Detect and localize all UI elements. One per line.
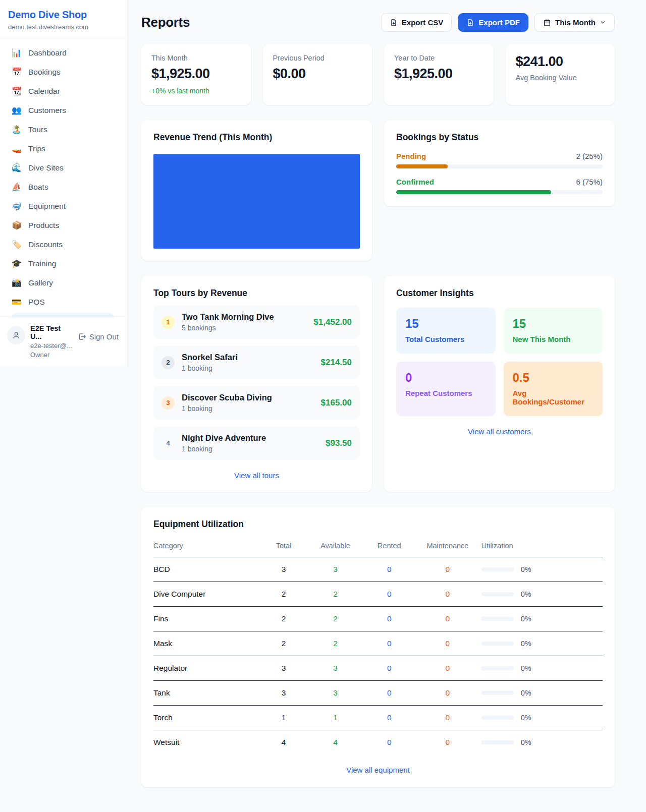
export-pdf-button[interactable]: Export PDF [458, 13, 528, 32]
tour-row: 1 Two Tank Morning Dive 5 bookings $1,45… [153, 305, 360, 339]
utilization-pct: 0% [521, 565, 531, 573]
table-row: Regulator 3 3 0 0 0% [153, 656, 603, 681]
cell-category: Wetsuit [153, 730, 261, 755]
sign-out-button[interactable]: Sign Out [78, 332, 119, 341]
status-bar-track [396, 190, 603, 194]
sidebar-item-tours[interactable]: 🏝️ Tours [6, 120, 120, 139]
customers-icon: 👥 [11, 106, 22, 114]
discounts-icon: 🏷️ [11, 241, 22, 249]
sidebar-item-reports-partial[interactable] [12, 313, 114, 318]
bookings-icon: 📅 [11, 68, 22, 76]
shop-header: Demo Dive Shop demo.test.divestreams.com [0, 0, 126, 38]
sidebar-item-equipment[interactable]: 🤿 Equipment [6, 197, 120, 216]
utilization-cell: 0% [481, 640, 603, 648]
sidebar-item-gallery[interactable]: 📸 Gallery [6, 273, 120, 293]
insights-row: Top Tours by Revenue 1 Two Tank Morning … [141, 276, 615, 492]
sidebar-item-bookings[interactable]: 📅 Bookings [6, 63, 120, 82]
top-tours-card: Top Tours by Revenue 1 Two Tank Morning … [141, 276, 372, 492]
view-all-customers-link[interactable]: View all customers [396, 427, 603, 436]
table-row: Wetsuit 4 4 0 0 0% [153, 730, 603, 755]
utilization-bar [481, 716, 514, 720]
insight-label: Total Customers [405, 335, 487, 343]
utilization-bar [481, 691, 514, 695]
cell-total: 3 [261, 656, 306, 681]
sidebar-item-calendar[interactable]: 📆 Calendar [6, 82, 120, 101]
cell-maintenance: 0 [414, 706, 481, 730]
view-all-equipment-link[interactable]: View all equipment [153, 766, 603, 774]
cell-total: 2 [261, 582, 306, 607]
utilization-cell: 0% [481, 714, 603, 722]
sign-out-label: Sign Out [89, 332, 119, 341]
boats-icon: ⛵ [11, 183, 22, 191]
view-all-tours-link[interactable]: View all tours [153, 471, 360, 480]
dashboard-icon: 📊 [11, 49, 22, 57]
utilization-bar [481, 666, 514, 670]
stat-value: $241.00 [516, 54, 605, 70]
utilization-pct: 0% [521, 615, 531, 623]
tour-row: 3 Discover Scuba Diving 1 booking $165.0… [153, 386, 360, 420]
cell-maintenance: 0 [414, 582, 481, 607]
status-bar-fill [396, 164, 448, 168]
user-email: e2e-tester@... [30, 342, 73, 350]
utilization-cell: 0% [481, 689, 603, 697]
page-title: Reports [141, 15, 190, 30]
stat-label: This Month [151, 54, 241, 62]
training-icon: 🎓 [11, 260, 22, 268]
utilization-cell: 0% [481, 664, 603, 672]
sidebar-item-boats[interactable]: ⛵ Boats [6, 178, 120, 197]
sidebar-item-label: Training [28, 259, 56, 268]
charts-row: Revenue Trend (This Month) Bookings by S… [141, 120, 615, 261]
cell-available: 3 [306, 656, 365, 681]
status-bar-track [396, 164, 603, 168]
customer-insights-card: Customer Insights 15 Total Customers 15 … [384, 276, 615, 492]
sidebar-item-pos[interactable]: 💳 POS [6, 293, 120, 312]
sidebar-item-customers[interactable]: 👥 Customers [6, 101, 120, 120]
cell-available: 2 [306, 582, 365, 607]
tour-row: 2 Snorkel Safari 1 booking $214.50 [153, 345, 360, 379]
cell-maintenance: 0 [414, 557, 481, 582]
equipment-utilization-card: Equipment Utilization Category Total Ava… [141, 507, 615, 787]
cell-category: Dive Computer [153, 582, 261, 607]
table-row: Tank 3 3 0 0 0% [153, 681, 603, 706]
sidebar-nav: 📊 Dashboard 📅 Bookings 📆 Calendar 👥 Cust… [0, 38, 126, 318]
insight-label: New This Month [513, 335, 594, 343]
main-content: Reports Export CSV Export PDF This Month [126, 0, 646, 812]
table-row: Dive Computer 2 2 0 0 0% [153, 582, 603, 607]
sidebar-item-training[interactable]: 🎓 Training [6, 254, 120, 273]
sidebar-user-footer: E2E Test U... e2e-tester@... Owner Sign … [0, 318, 126, 367]
sidebar-item-products[interactable]: 📦 Products [6, 216, 120, 235]
cell-available: 3 [306, 557, 365, 582]
export-csv-button[interactable]: Export CSV [381, 13, 452, 32]
period-dropdown[interactable]: This Month [534, 13, 615, 32]
tour-name: Two Tank Morning Dive [182, 312, 274, 322]
stat-value: $1,925.00 [151, 66, 241, 82]
products-icon: 📦 [11, 221, 22, 229]
sidebar-item-discounts[interactable]: 🏷️ Discounts [6, 235, 120, 254]
cell-category: Regulator [153, 656, 261, 681]
sidebar-item-label: Customers [28, 106, 66, 115]
calendar-icon: 📆 [11, 87, 22, 95]
sidebar-item-dashboard[interactable]: 📊 Dashboard [6, 43, 120, 63]
utilization-bar [481, 592, 514, 596]
status-count: 2 (25%) [576, 152, 603, 160]
sidebar: Demo Dive Shop demo.test.divestreams.com… [0, 0, 126, 367]
tour-revenue: $165.00 [321, 398, 352, 408]
sidebar-item-trips[interactable]: 🚤 Trips [6, 139, 120, 158]
status-label: Confirmed [396, 178, 434, 186]
cell-available: 4 [306, 730, 365, 755]
header-actions: Export CSV Export PDF This Month [381, 13, 615, 32]
tour-name: Night Dive Adventure [182, 433, 266, 443]
avatar [7, 326, 25, 344]
sidebar-item-label: Tours [28, 125, 47, 134]
cell-total: 1 [261, 706, 306, 730]
equipment-icon: 🤿 [11, 202, 22, 210]
sidebar-item-dive-sites[interactable]: 🌊 Dive Sites [6, 158, 120, 178]
cell-total: 2 [261, 631, 306, 656]
insight-tile-new-this-month: 15 New This Month [504, 308, 603, 354]
user-info: E2E Test U... e2e-tester@... Owner [30, 324, 73, 359]
file-download-icon [390, 19, 398, 27]
cell-available: 2 [306, 631, 365, 656]
rank-badge: 1 [162, 316, 175, 329]
column-header-available: Available [306, 538, 365, 557]
insight-value: 0.5 [513, 371, 594, 385]
